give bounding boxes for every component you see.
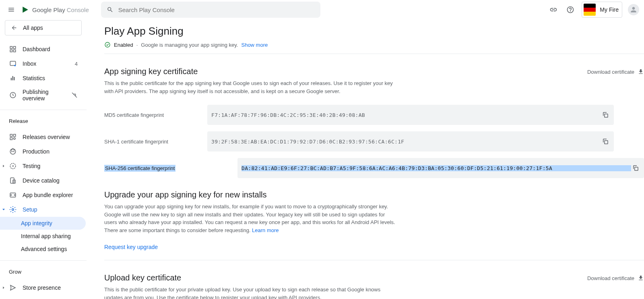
fp-label: SHA-256 certificate fingerprint bbox=[104, 165, 175, 172]
divider bbox=[0, 260, 87, 261]
separator: · bbox=[136, 42, 138, 48]
help-icon bbox=[566, 6, 574, 14]
svg-point-19 bbox=[105, 42, 110, 47]
nav-label: Setup bbox=[23, 206, 86, 213]
sidebar-item-statistics[interactable]: Statistics bbox=[0, 71, 86, 85]
sidebar-item-testing[interactable]: Testing bbox=[0, 159, 86, 173]
search-icon bbox=[107, 6, 114, 13]
svg-rect-22 bbox=[635, 167, 638, 170]
sidebar-item-device-catalog[interactable]: Device catalog bbox=[0, 173, 86, 188]
svg-rect-11 bbox=[10, 138, 12, 140]
production-icon bbox=[9, 148, 17, 155]
nav-label: Store presence bbox=[23, 284, 86, 291]
svg-point-12 bbox=[14, 138, 16, 140]
svg-point-7 bbox=[14, 65, 16, 66]
svg-rect-20 bbox=[605, 114, 608, 117]
svg-rect-21 bbox=[605, 141, 608, 144]
sidebar-item-setup[interactable]: Setup bbox=[0, 202, 86, 217]
hamburger-menu[interactable] bbox=[5, 3, 18, 16]
fp-label: SHA-1 certificate fingerprint bbox=[104, 139, 207, 145]
svg-marker-0 bbox=[23, 7, 28, 13]
svg-point-18 bbox=[12, 209, 14, 211]
nav-label: App bundle explorer bbox=[23, 192, 86, 198]
sidebar-item-app-integrity[interactable]: App integrity bbox=[0, 217, 86, 230]
download-label: Download certificate bbox=[587, 69, 634, 75]
search-box[interactable] bbox=[101, 2, 320, 18]
page-title: Play App Signing bbox=[104, 25, 644, 37]
nav-label: Statistics bbox=[23, 75, 86, 81]
link-icon bbox=[549, 6, 557, 14]
sidebar-item-bundle-explorer[interactable]: App bundle explorer bbox=[0, 188, 86, 202]
all-apps-button[interactable]: All apps bbox=[5, 20, 82, 35]
nav-label: Advanced settings bbox=[21, 246, 86, 252]
nav-label: Dashboard bbox=[23, 46, 86, 52]
managed-publishing-off-icon bbox=[71, 92, 78, 98]
learn-more-link[interactable]: Learn more bbox=[252, 227, 279, 233]
download-icon bbox=[638, 69, 644, 75]
download-icon bbox=[638, 275, 644, 281]
fingerprint-sha256-row: SHA-256 certificate fingerprint DA:82:41… bbox=[104, 158, 644, 178]
copy-button[interactable] bbox=[601, 110, 610, 119]
svg-rect-3 bbox=[14, 46, 16, 48]
sidebar-item-store-presence[interactable]: Store presence bbox=[0, 280, 86, 295]
nav-label: Internal app sharing bbox=[21, 233, 86, 239]
fp-label: MD5 certificate fingerprint bbox=[104, 112, 207, 118]
nav-label: Production bbox=[23, 148, 86, 155]
nav-label: Testing bbox=[23, 163, 86, 169]
sidebar-item-internal-sharing[interactable]: Internal app sharing bbox=[0, 230, 86, 243]
sidebar-item-publishing[interactable]: Publishing overview bbox=[0, 85, 86, 105]
bundle-icon bbox=[9, 191, 17, 199]
store-icon bbox=[9, 284, 17, 291]
svg-rect-10 bbox=[14, 134, 16, 136]
copy-icon bbox=[602, 138, 609, 145]
svg-rect-9 bbox=[10, 134, 12, 136]
upgrade-title: Upgrade your app signing key for new ins… bbox=[104, 190, 644, 199]
svg-rect-2 bbox=[10, 46, 12, 48]
upgrade-desc: You can upgrade your app signing key for… bbox=[104, 203, 398, 234]
copy-button[interactable] bbox=[631, 164, 640, 172]
nav-label: App integrity bbox=[21, 220, 86, 226]
sidebar-item-inbox[interactable]: Inbox 4 bbox=[0, 56, 86, 71]
divider bbox=[0, 110, 87, 110]
section-grow: Grow bbox=[0, 263, 87, 278]
main-content: Play App Signing Enabled · Google is man… bbox=[87, 19, 644, 299]
nav-label: Device catalog bbox=[23, 177, 86, 184]
gear-icon bbox=[9, 206, 17, 213]
download-signing-cert[interactable]: Download certificate bbox=[587, 69, 644, 75]
copy-icon bbox=[632, 164, 639, 172]
search-input[interactable] bbox=[118, 6, 315, 13]
profile-button[interactable] bbox=[628, 4, 639, 15]
testing-icon bbox=[9, 162, 17, 170]
svg-rect-5 bbox=[14, 50, 16, 52]
logo[interactable]: Google Play Console bbox=[22, 6, 89, 13]
status-enabled: Enabled bbox=[114, 42, 133, 48]
chevron-right-icon bbox=[2, 164, 6, 168]
sidebar-item-releases-overview[interactable]: Releases overview bbox=[0, 130, 86, 144]
releases-icon bbox=[9, 133, 17, 141]
help-button[interactable] bbox=[565, 4, 576, 15]
copy-button[interactable] bbox=[601, 137, 610, 146]
logo-text-1: Google Play bbox=[32, 6, 65, 13]
all-apps-label: All apps bbox=[23, 25, 43, 31]
link-icon-button[interactable] bbox=[548, 4, 559, 15]
menu-icon bbox=[8, 6, 15, 13]
signing-cert-desc: This is the public certificate for the a… bbox=[104, 79, 398, 95]
request-upgrade-link[interactable]: Request key upgrade bbox=[104, 244, 644, 250]
play-console-logo-icon bbox=[22, 6, 29, 13]
inbox-badge: 4 bbox=[75, 61, 78, 67]
sidebar-item-production[interactable]: Production bbox=[0, 144, 86, 159]
chevron-right-icon bbox=[2, 286, 6, 290]
show-more-link[interactable]: Show more bbox=[241, 42, 268, 48]
sidebar-item-dashboard[interactable]: Dashboard bbox=[0, 42, 86, 56]
account-switcher[interactable]: My Fire bbox=[582, 2, 622, 18]
sidebar-item-store-performance[interactable]: Store performance bbox=[0, 295, 86, 299]
upload-cert-title: Upload key certificate bbox=[104, 273, 398, 282]
sidebar-item-advanced-settings[interactable]: Advanced settings bbox=[0, 243, 86, 255]
fp-value: F7:1A:AF:78:7F:96:DB:4C:2C:95:3E:40:2B:4… bbox=[211, 112, 601, 118]
signing-cert-title: App signing key certificate bbox=[104, 67, 398, 76]
inbox-icon bbox=[9, 60, 17, 67]
dashboard-icon bbox=[9, 46, 17, 53]
fp-value: DA:82:41:AD:E9:6F:27:BC:AD:B7:A5:9F:58:6… bbox=[242, 165, 631, 171]
download-upload-cert[interactable]: Download certificate bbox=[587, 275, 644, 281]
sidebar: All apps Dashboard Inbox 4 Statistics Pu… bbox=[0, 19, 87, 299]
